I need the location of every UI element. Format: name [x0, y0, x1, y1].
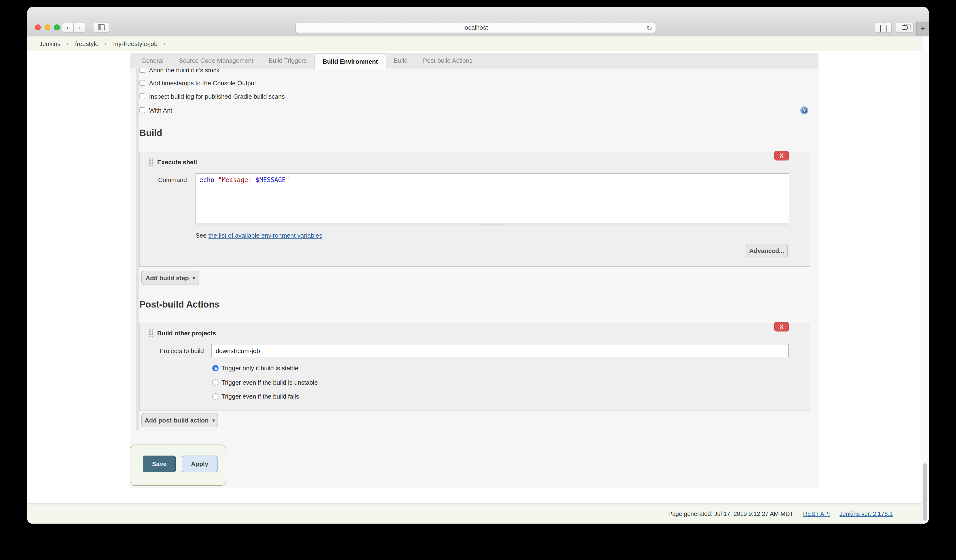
- screen: ‹ › localhost ↻ + Jenkins ▸ freestyle ▸ …: [0, 0, 956, 560]
- code-keyword: echo: [199, 176, 218, 184]
- delete-post-build-action-button[interactable]: X: [774, 322, 789, 331]
- page-content: General Source Code Management Build Tri…: [27, 51, 929, 524]
- checkbox-label: Abort the build if it's stuck: [149, 69, 220, 74]
- zoom-window-button[interactable]: [54, 24, 60, 30]
- add-build-step-button[interactable]: Add build step ▾: [142, 271, 199, 285]
- section-gutter: [135, 69, 139, 430]
- breadcrumb-separator-icon: ▸: [105, 41, 107, 46]
- reload-icon[interactable]: ↻: [647, 24, 652, 33]
- radio-row-fails: Trigger even if the build fails: [212, 392, 299, 400]
- scrollbar[interactable]: [921, 36, 929, 524]
- tab-build-environment[interactable]: Build Environment: [314, 53, 386, 71]
- tab-source-code-management[interactable]: Source Code Management: [171, 53, 261, 69]
- rest-api-link[interactable]: REST API: [803, 511, 830, 518]
- sidebar-icon: [97, 24, 105, 30]
- config-pane: Abort the build if it's stuck Add timest…: [130, 69, 818, 488]
- tab-general[interactable]: General: [134, 53, 171, 69]
- sidebar-toggle-button[interactable]: [93, 22, 109, 33]
- chevron-down-icon: ▾: [212, 417, 215, 423]
- breadcrumb-separator-icon: ▸: [164, 41, 166, 46]
- config-tab-bar: General Source Code Management Build Tri…: [130, 53, 818, 69]
- abort-build-checkbox[interactable]: [140, 69, 145, 73]
- editor-resize-bar[interactable]: [195, 223, 789, 226]
- checkbox-row-abort-build: Abort the build if it's stuck: [140, 69, 220, 75]
- section-divider: [139, 122, 811, 122]
- checkbox-row-with-ant: With Ant: [140, 105, 172, 115]
- checkbox-label: Inspect build log for published Gradle b…: [149, 93, 285, 100]
- radio-label: Trigger even if the build is unstable: [222, 379, 318, 386]
- projects-to-build-input[interactable]: [211, 344, 789, 358]
- projects-to-build-label: Projects to build: [160, 347, 204, 355]
- jenkins-version-link[interactable]: Jenkins ver. 2.176.1: [840, 511, 893, 518]
- back-icon: ‹: [67, 24, 69, 31]
- scrollbar-thumb[interactable]: [923, 463, 927, 521]
- radio-label: Trigger even if the build fails: [222, 392, 299, 400]
- drag-handle-icon[interactable]: [149, 158, 153, 166]
- build-other-projects-panel: Build other projects Projects to build T…: [140, 323, 810, 411]
- forward-button[interactable]: ›: [73, 22, 85, 33]
- close-window-button[interactable]: [35, 24, 41, 30]
- trigger-fails-radio[interactable]: [212, 393, 219, 399]
- checkbox-row-timestamps: Add timestamps to the Console Output: [140, 78, 256, 88]
- advanced-button[interactable]: Advanced...: [745, 244, 788, 257]
- breadcrumb-separator-icon: ▸: [67, 41, 69, 46]
- page-generated-text: Page generated: Jul 17, 2019 9:12:27 AM …: [668, 511, 794, 518]
- chevron-down-icon: ▾: [193, 275, 195, 281]
- share-button[interactable]: [874, 22, 892, 33]
- radio-row-stable: Trigger only if build is stable: [212, 364, 298, 372]
- url-text: localhost: [463, 24, 488, 31]
- tab-overview-button[interactable]: [896, 22, 914, 33]
- with-ant-checkbox[interactable]: [140, 107, 145, 113]
- minimize-window-button[interactable]: [44, 24, 50, 30]
- browser-titlebar: ‹ › localhost ↻ +: [27, 7, 929, 36]
- build-section-heading: Build: [140, 128, 162, 138]
- tab-post-build-actions[interactable]: Post-build Actions: [415, 53, 480, 69]
- execute-shell-panel: Execute shell Command echo "Message: $ME…: [140, 152, 810, 267]
- address-bar[interactable]: localhost ↻: [295, 22, 656, 33]
- tabs-icon: [902, 25, 907, 30]
- breadcrumb-freestyle[interactable]: freestyle: [75, 40, 99, 47]
- resize-grip-icon: [480, 224, 505, 226]
- add-post-build-action-button[interactable]: Add post-build action ▾: [142, 413, 218, 427]
- delete-build-step-button[interactable]: X: [774, 151, 789, 160]
- radio-row-unstable: Trigger even if the build is unstable: [212, 378, 318, 387]
- gradle-scans-checkbox[interactable]: [140, 93, 145, 99]
- forward-icon: ›: [78, 24, 80, 31]
- trigger-stable-radio[interactable]: [212, 365, 219, 371]
- radio-label: Trigger only if build is stable: [222, 364, 298, 372]
- timestamps-checkbox[interactable]: [140, 80, 145, 86]
- with-ant-help-icon[interactable]: ?: [801, 107, 808, 114]
- add-post-build-action-label: Add post-build action: [145, 417, 208, 424]
- see-text: See: [195, 232, 208, 239]
- back-button[interactable]: ‹: [62, 22, 74, 33]
- checkbox-label: Add timestamps to the Console Output: [149, 79, 256, 86]
- save-apply-sticker: Save Apply: [130, 445, 226, 486]
- footer-bar: Page generated: Jul 17, 2019 9:12:27 AM …: [27, 504, 929, 524]
- build-step-title: Execute shell: [157, 158, 197, 166]
- window-controls: [35, 24, 60, 30]
- checkbox-label: With Ant: [149, 107, 172, 114]
- breadcrumb-job[interactable]: my-freestyle-job: [113, 40, 158, 47]
- command-editor[interactable]: echo "Message: $MESSAGE": [195, 173, 789, 223]
- code-string: ": [286, 176, 289, 184]
- tab-build-triggers[interactable]: Build Triggers: [261, 53, 314, 69]
- browser-window: ‹ › localhost ↻ + Jenkins ▸ freestyle ▸ …: [27, 7, 929, 524]
- checkbox-row-gradle-scans: Inspect build log for published Gradle b…: [140, 91, 285, 101]
- command-label: Command: [158, 176, 187, 184]
- share-icon: [880, 25, 886, 32]
- post-build-section-heading: Post-build Actions: [140, 300, 220, 310]
- env-vars-hint: See the list of available environment va…: [195, 232, 322, 239]
- drag-handle-icon[interactable]: [149, 329, 153, 337]
- code-variable: $MESSAGE: [256, 176, 286, 184]
- post-build-action-title: Build other projects: [157, 329, 216, 337]
- execute-shell-header: Execute shell: [149, 158, 197, 166]
- tab-build[interactable]: Build: [386, 53, 415, 69]
- new-tab-button[interactable]: +: [916, 22, 929, 36]
- save-button[interactable]: Save: [143, 456, 176, 472]
- add-build-step-label: Add build step: [146, 274, 189, 281]
- code-string: "Message:: [218, 176, 256, 184]
- env-vars-link[interactable]: the list of available environment variab…: [208, 232, 322, 239]
- breadcrumb-jenkins[interactable]: Jenkins: [39, 40, 60, 47]
- apply-button[interactable]: Apply: [182, 456, 217, 472]
- trigger-unstable-radio[interactable]: [212, 379, 219, 385]
